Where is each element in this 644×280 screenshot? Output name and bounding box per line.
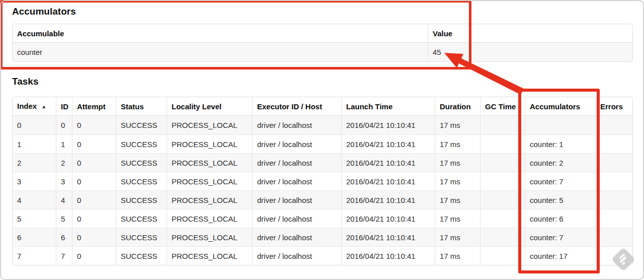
duration-cell: 17 ms bbox=[435, 246, 480, 265]
errors-cell bbox=[595, 190, 632, 209]
column-header-locality-level[interactable]: Locality Level bbox=[167, 97, 252, 116]
column-header-attempt[interactable]: Attempt bbox=[72, 97, 116, 116]
accumulators-cell: counter: 7 bbox=[525, 228, 595, 246]
sort-asc-icon[interactable]: ▲ bbox=[41, 104, 46, 109]
gc-time-cell bbox=[480, 153, 525, 172]
attempt-cell: 0 bbox=[72, 153, 116, 172]
index-cell: 5 bbox=[13, 209, 56, 228]
status-cell: SUCCESS bbox=[116, 153, 167, 172]
column-header-value[interactable]: Value bbox=[428, 24, 632, 43]
accumulable-name-cell: counter bbox=[13, 43, 428, 61]
index-cell: 0 bbox=[13, 116, 56, 134]
locality-cell: PROCESS_LOCAL bbox=[167, 134, 252, 153]
column-header-executor-id-host[interactable]: Executor ID / Host bbox=[252, 97, 341, 116]
duration-cell: 17 ms bbox=[435, 153, 480, 172]
column-header-accumulators[interactable]: Accumulators bbox=[525, 97, 595, 116]
executor-cell: driver / localhost bbox=[252, 134, 341, 153]
accumulable-value-cell: 45 bbox=[428, 43, 632, 61]
locality-cell: PROCESS_LOCAL bbox=[167, 172, 252, 190]
duration-cell: 17 ms bbox=[435, 172, 480, 190]
column-header-launch-time[interactable]: Launch Time bbox=[341, 97, 435, 116]
locality-cell: PROCESS_LOCAL bbox=[167, 209, 252, 228]
id-cell: 5 bbox=[56, 209, 72, 228]
id-cell: 2 bbox=[56, 153, 72, 172]
locality-cell: PROCESS_LOCAL bbox=[167, 190, 252, 209]
launch-time-cell: 2016/04/21 10:10:41 bbox=[341, 228, 435, 246]
status-cell: SUCCESS bbox=[116, 228, 167, 246]
attempt-cell: 0 bbox=[72, 228, 116, 246]
duration-cell: 17 ms bbox=[435, 134, 480, 153]
errors-cell bbox=[595, 172, 632, 190]
launch-time-cell: 2016/04/21 10:10:41 bbox=[341, 190, 435, 209]
status-cell: SUCCESS bbox=[116, 209, 167, 228]
executor-cell: driver / localhost bbox=[252, 209, 341, 228]
errors-cell bbox=[595, 228, 632, 246]
duration-cell: 17 ms bbox=[435, 190, 480, 209]
launch-time-cell: 2016/04/21 10:10:41 bbox=[341, 153, 435, 172]
gc-time-cell bbox=[480, 172, 525, 190]
accumulators-cell: counter: 17 bbox=[525, 246, 595, 265]
accumulators-cell: counter: 2 bbox=[525, 153, 595, 172]
launch-time-cell: 2016/04/21 10:10:41 bbox=[341, 134, 435, 153]
locality-cell: PROCESS_LOCAL bbox=[167, 246, 252, 265]
errors-cell bbox=[595, 153, 632, 172]
status-cell: SUCCESS bbox=[116, 246, 167, 265]
status-cell: SUCCESS bbox=[116, 190, 167, 209]
task-row: 5 5 0 SUCCESS PROCESS_LOCAL driver / loc… bbox=[13, 209, 632, 228]
errors-cell bbox=[595, 246, 632, 265]
tasks-header-row: Index▲ ID Attempt Status Locality Level … bbox=[13, 97, 632, 116]
task-row: 1 1 0 SUCCESS PROCESS_LOCAL driver / loc… bbox=[13, 134, 632, 153]
column-header-index[interactable]: Index▲ bbox=[13, 97, 56, 116]
task-row: 4 4 0 SUCCESS PROCESS_LOCAL driver / loc… bbox=[13, 190, 632, 209]
duration-cell: 17 ms bbox=[435, 209, 480, 228]
id-cell: 6 bbox=[56, 228, 72, 246]
accumulators-cell: counter: 7 bbox=[525, 172, 595, 190]
id-cell: 7 bbox=[56, 246, 72, 265]
id-cell: 3 bbox=[56, 172, 72, 190]
index-cell: 4 bbox=[13, 190, 56, 209]
id-cell: 0 bbox=[56, 116, 72, 134]
locality-cell: PROCESS_LOCAL bbox=[167, 116, 252, 134]
executor-cell: driver / localhost bbox=[252, 228, 341, 246]
column-header-gc-time[interactable]: GC Time bbox=[480, 97, 525, 116]
column-header-accumulable[interactable]: Accumulable bbox=[13, 24, 428, 43]
task-row: 0 0 0 SUCCESS PROCESS_LOCAL driver / loc… bbox=[13, 116, 632, 134]
accumulators-cell: counter: 1 bbox=[525, 134, 595, 153]
index-cell: 6 bbox=[13, 228, 56, 246]
accumulators-section-title: Accumulators bbox=[12, 6, 632, 17]
attempt-cell: 0 bbox=[72, 172, 116, 190]
column-header-status[interactable]: Status bbox=[116, 97, 167, 116]
executor-cell: driver / localhost bbox=[252, 153, 341, 172]
status-cell: SUCCESS bbox=[116, 172, 167, 190]
accumulators-cell bbox=[525, 116, 595, 134]
executor-cell: driver / localhost bbox=[252, 172, 341, 190]
gc-time-cell bbox=[480, 116, 525, 134]
tasks-section-title: Tasks bbox=[12, 76, 632, 87]
attempt-cell: 0 bbox=[72, 209, 116, 228]
index-cell: 3 bbox=[13, 172, 56, 190]
locality-cell: PROCESS_LOCAL bbox=[167, 228, 252, 246]
executor-cell: driver / localhost bbox=[252, 246, 341, 265]
task-row: 2 2 0 SUCCESS PROCESS_LOCAL driver / loc… bbox=[13, 153, 632, 172]
column-header-errors[interactable]: Errors bbox=[595, 97, 632, 116]
attempt-cell: 0 bbox=[72, 190, 116, 209]
executor-cell: driver / localhost bbox=[252, 190, 341, 209]
task-row: 3 3 0 SUCCESS PROCESS_LOCAL driver / loc… bbox=[13, 172, 632, 190]
status-cell: SUCCESS bbox=[116, 116, 167, 134]
duration-cell: 17 ms bbox=[435, 116, 480, 134]
launch-time-cell: 2016/04/21 10:10:41 bbox=[341, 172, 435, 190]
gc-time-cell bbox=[480, 246, 525, 265]
task-row: 6 6 0 SUCCESS PROCESS_LOCAL driver / loc… bbox=[13, 228, 632, 246]
launch-time-cell: 2016/04/21 10:10:41 bbox=[341, 209, 435, 228]
column-header-id[interactable]: ID bbox=[56, 97, 72, 116]
errors-cell bbox=[595, 209, 632, 228]
task-row: 7 7 0 SUCCESS PROCESS_LOCAL driver / loc… bbox=[13, 246, 632, 265]
accumulators-header-row: Accumulable Value bbox=[13, 24, 632, 43]
page-content: Accumulators Accumulable Value counter 4… bbox=[12, 6, 632, 265]
id-cell: 1 bbox=[56, 134, 72, 153]
index-cell: 2 bbox=[13, 153, 56, 172]
launch-time-cell: 2016/04/21 10:10:41 bbox=[341, 246, 435, 265]
attempt-cell: 0 bbox=[72, 246, 116, 265]
accumulators-cell: counter: 6 bbox=[525, 209, 595, 228]
column-header-duration[interactable]: Duration bbox=[435, 97, 480, 116]
